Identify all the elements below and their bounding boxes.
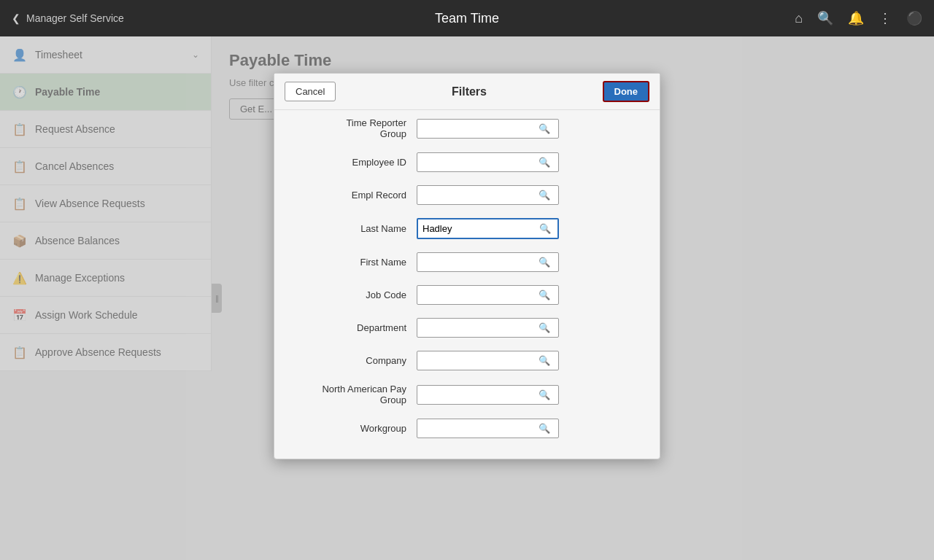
filter-row-department: Department 🔍 (289, 318, 645, 338)
done-button[interactable]: Done (603, 81, 650, 102)
input-wrap-workgroup: 🔍 (417, 419, 559, 438)
input-wrap-company: 🔍 (417, 351, 559, 370)
filter-row-workgroup: Workgroup 🔍 (289, 419, 645, 438)
label-workgroup: Workgroup (289, 423, 417, 434)
label-department: Department (289, 322, 417, 333)
label-empl-record: Empl Record (289, 190, 417, 201)
back-chevron-icon: ❮ (12, 12, 20, 24)
label-time-reporter-group: Time ReporterGroup (289, 117, 417, 139)
input-wrap-department: 🔍 (417, 318, 559, 338)
input-wrap-time-reporter-group: 🔍 (417, 119, 559, 139)
label-employee-id: Employee ID (289, 157, 417, 168)
filters-modal: Cancel Filters Done Time ReporterGroup 🔍… (274, 73, 660, 459)
modal-title: Filters (336, 85, 602, 98)
modal-header: Cancel Filters Done (274, 74, 660, 110)
filter-row-job-code: Job Code 🔍 (289, 285, 645, 305)
label-job-code: Job Code (289, 289, 417, 300)
search-icon-north-american-pay-group[interactable]: 🔍 (534, 386, 555, 403)
filter-row-last-name: Last Name 🔍 (289, 218, 645, 239)
filter-row-first-name: First Name 🔍 (289, 252, 645, 272)
filter-row-empl-record: Empl Record 🔍 (289, 185, 645, 205)
input-workgroup[interactable] (417, 419, 534, 438)
search-icon-first-name[interactable]: 🔍 (534, 254, 555, 271)
input-wrap-first-name: 🔍 (417, 252, 559, 272)
block-icon[interactable]: ⚫ (906, 10, 922, 26)
label-north-american-pay-group: North American PayGroup (289, 384, 417, 405)
search-icon-job-code[interactable]: 🔍 (534, 287, 555, 303)
search-icon-last-name[interactable]: 🔍 (535, 220, 555, 237)
cancel-button[interactable]: Cancel (285, 82, 336, 101)
input-department[interactable] (417, 319, 534, 337)
label-first-name: First Name (289, 257, 417, 268)
app-title: Team Time (435, 11, 499, 26)
input-north-american-pay-group[interactable] (417, 386, 534, 404)
search-icon-workgroup[interactable]: 🔍 (534, 420, 555, 437)
input-last-name[interactable] (418, 219, 535, 238)
back-nav[interactable]: ❮ Manager Self Service (12, 12, 124, 24)
home-icon[interactable]: ⌂ (795, 11, 803, 26)
input-wrap-employee-id: 🔍 (417, 152, 559, 172)
modal-overlay: Cancel Filters Done Time ReporterGroup 🔍… (0, 36, 934, 560)
filter-row-employee-id: Employee ID 🔍 (289, 152, 645, 172)
input-wrap-north-american-pay-group: 🔍 (417, 385, 559, 405)
search-icon-company[interactable]: 🔍 (534, 352, 555, 369)
filter-row-north-american-pay-group: North American PayGroup 🔍 (289, 384, 645, 405)
search-icon-department[interactable]: 🔍 (534, 319, 555, 336)
label-company: Company (289, 355, 417, 366)
search-icon-time-reporter-group[interactable]: 🔍 (534, 120, 555, 137)
filter-row-time-reporter-group: Time ReporterGroup 🔍 (289, 117, 645, 139)
input-wrap-job-code: 🔍 (417, 285, 559, 305)
input-empl-record[interactable] (417, 186, 534, 204)
search-icon[interactable]: 🔍 (817, 10, 833, 26)
input-wrap-empl-record: 🔍 (417, 185, 559, 205)
input-employee-id[interactable] (417, 153, 534, 171)
bell-icon[interactable]: 🔔 (848, 10, 864, 26)
more-icon[interactable]: ⋮ (879, 10, 892, 26)
filter-row-company: Company 🔍 (289, 351, 645, 370)
input-company[interactable] (417, 351, 534, 370)
topbar: ❮ Manager Self Service Team Time ⌂ 🔍 🔔 ⋮… (0, 0, 934, 36)
label-last-name: Last Name (289, 223, 417, 234)
input-wrap-last-name: 🔍 (417, 218, 559, 239)
back-label: Manager Self Service (26, 12, 124, 24)
input-job-code[interactable] (417, 286, 534, 304)
topbar-actions: ⌂ 🔍 🔔 ⋮ ⚫ (795, 10, 922, 26)
input-time-reporter-group[interactable] (417, 120, 534, 138)
input-first-name[interactable] (417, 253, 534, 271)
search-icon-empl-record[interactable]: 🔍 (534, 187, 555, 203)
search-icon-employee-id[interactable]: 🔍 (534, 154, 555, 171)
modal-body: Time ReporterGroup 🔍 Employee ID 🔍 Empl … (274, 110, 660, 459)
